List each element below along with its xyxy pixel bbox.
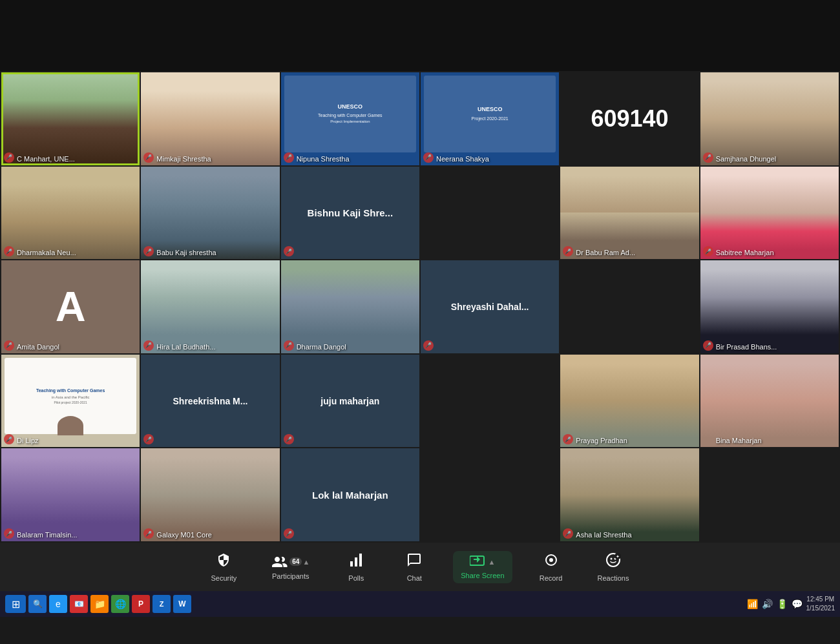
windows-taskbar: ⊞ 🔍 e 📧 📁 🌐 P Z W 📶 🔊 🔋 💬 12:45 PM 1/15/…: [0, 591, 840, 617]
svg-rect-0: [350, 561, 353, 566]
participant-tile-empty: [560, 260, 698, 353]
mute-icon: 🎤: [703, 246, 713, 256]
participant-name: Dharmakala Neu...: [17, 249, 76, 256]
participant-name: Amita Dangol: [17, 343, 59, 351]
participant-tile[interactable]: 🎤 Dharma Dangol: [281, 260, 419, 353]
chat-button[interactable]: Chat: [395, 548, 434, 586]
mute-icon: 🎤: [284, 340, 294, 351]
participant-tile[interactable]: 🎤 Neerana Shakya UNESCO Project 2020-202…: [421, 72, 559, 165]
mute-icon: 🎤: [143, 528, 154, 539]
mute-icon: 🎤: [4, 434, 14, 444]
participant-tile[interactable]: 🎤 Dharmakala Neu...: [1, 167, 140, 260]
powerpoint-icon: P: [138, 599, 143, 608]
taskbar-outlook-icon[interactable]: 📧: [70, 595, 88, 613]
participants-icon: 64 ▲: [271, 554, 310, 570]
participant-tile[interactable]: 🎤 Mimkaji Shrestha: [141, 72, 279, 165]
mute-icon: 🎤: [4, 528, 14, 539]
participant-tile[interactable]: 🎤 Bishnu Kaji Shre...: [281, 167, 419, 260]
record-button[interactable]: Record: [532, 548, 571, 586]
taskbar-powerpoint-icon[interactable]: P: [132, 595, 150, 613]
participant-name: Lok lal Maharjan: [309, 486, 392, 504]
participant-tile-empty: [421, 448, 559, 541]
participant-name: Bir Prasad Bhans...: [716, 343, 777, 351]
reactions-button[interactable]: ✦ Reactions: [590, 548, 637, 586]
security-button[interactable]: Security: [204, 548, 245, 586]
taskbar-chrome-icon[interactable]: 🌐: [111, 595, 129, 613]
mute-icon: 🎤: [284, 528, 294, 539]
taskbar-word-icon[interactable]: W: [173, 595, 191, 613]
participant-name: Babu Kaji shrestha: [156, 249, 216, 256]
participant-name: Bishnu Kaji Shre...: [304, 204, 397, 222]
participant-tile[interactable]: 🎤 C Manhart, UNE...: [1, 72, 140, 165]
participant-tile-empty: 609140: [560, 72, 698, 165]
svg-point-5: [549, 558, 553, 562]
chat-label: Chat: [407, 574, 422, 582]
mute-icon: 🎤: [143, 152, 154, 163]
polls-button[interactable]: Polls: [337, 548, 375, 586]
participant-tile[interactable]: 🎤 Asha lal Shrestha: [560, 448, 698, 541]
participant-name: Galaxy M01 Core: [156, 531, 212, 539]
mute-icon: 🎤: [284, 246, 294, 256]
participant-name: Samjhana Dhungel: [716, 155, 777, 163]
participant-tile[interactable]: 🎤 Shreyashi Dahal...: [421, 260, 559, 353]
mute-icon: 🎤: [563, 434, 573, 444]
windows-start-button[interactable]: ⊞: [5, 595, 26, 613]
taskbar-edge-icon[interactable]: e: [49, 595, 67, 613]
zoom-icon: Z: [160, 600, 164, 608]
participant-tile[interactable]: 🎤 Hira Lal Budhath...: [141, 260, 279, 353]
share-screen-button[interactable]: ▲ Share Screen: [453, 551, 512, 583]
taskbar-battery-icon: 🔋: [777, 599, 788, 609]
participant-tile[interactable]: 🎤 Dr Babu Ram Ad...: [560, 167, 698, 260]
mute-icon: 🎤: [703, 152, 713, 163]
participant-name: Hira Lal Budhath...: [156, 343, 215, 351]
participant-tile[interactable]: 🎤 Samjhana Dhungel: [700, 72, 839, 165]
toolbar: Security 64 ▲ Participants Polls: [0, 543, 840, 591]
mute-icon: 🎤: [563, 528, 573, 539]
participant-tile[interactable]: Bina Maharjan: [700, 355, 839, 448]
participant-tile[interactable]: 🎤 Prayag Pradhan: [560, 355, 698, 448]
security-label: Security: [211, 574, 237, 582]
video-grid: 🎤 C Manhart, UNE... 🎤 Mimkaji Shrestha 🎤…: [0, 71, 840, 543]
polls-label: Polls: [348, 574, 364, 582]
taskbar-clock: 12:45 PM 1/15/2021: [806, 595, 835, 613]
participant-tile[interactable]: 🎤 Lok lal Maharjan: [281, 448, 419, 541]
taskbar-volume-icon: 🔊: [762, 599, 773, 609]
mute-icon: 🎤: [423, 152, 434, 163]
participant-tile[interactable]: 🎤 Shreekrishna M...: [141, 355, 279, 448]
top-bar: [0, 0, 840, 71]
participant-tile[interactable]: 🎤 Teaching with Computer Games in Asia a…: [1, 355, 140, 448]
mute-icon: 🎤: [143, 434, 154, 444]
security-icon: [216, 552, 231, 572]
participant-tile[interactable]: 🎤 Nipuna Shrestha UNESCO Teaching with C…: [281, 72, 419, 165]
svg-text:✦: ✦: [616, 554, 620, 559]
participant-tile[interactable]: 🎤 A Amita Dangol: [1, 260, 140, 353]
svg-rect-2: [359, 554, 362, 566]
taskbar-search-icon[interactable]: 🔍: [28, 595, 47, 613]
mute-icon: 🎤: [284, 152, 294, 163]
participant-tile[interactable]: 🎤 Galaxy M01 Core: [141, 448, 279, 541]
participant-tile[interactable]: 🎤 Babu Kaji shrestha: [141, 167, 279, 260]
mute-icon: 🎤: [563, 246, 573, 256]
participant-name: Balaram Timalsin...: [17, 531, 78, 539]
folder-icon: 📁: [94, 599, 105, 609]
taskbar-skype-icon[interactable]: 💬: [792, 599, 803, 609]
participant-tile[interactable]: 🎤 Balaram Timalsin...: [1, 448, 140, 541]
reactions-label: Reactions: [598, 574, 629, 582]
svg-point-7: [611, 557, 613, 559]
participants-button[interactable]: 64 ▲ Participants: [264, 550, 317, 584]
participant-tile[interactable]: 🎤 Bir Prasad Bhans...: [700, 260, 839, 353]
participant-tile[interactable]: 🎤 juju maharjan: [281, 355, 419, 448]
participant-avatar-letter: A: [56, 282, 86, 331]
participant-tile[interactable]: 🎤 Sabitree Maharjan: [700, 167, 839, 260]
mute-icon: 🎤: [423, 340, 434, 351]
participant-name: C Manhart, UNE...: [17, 155, 75, 163]
participant-name: Di Lipz: [17, 437, 39, 444]
taskbar-zoom-icon[interactable]: Z: [152, 595, 171, 613]
edge-icon: e: [56, 599, 61, 609]
taskbar-network-icon: 📶: [747, 599, 758, 609]
mute-icon: 🎤: [703, 340, 713, 351]
mute-icon: 🎤: [143, 340, 154, 351]
mute-icon: 🎤: [143, 246, 154, 256]
taskbar-folder-icon[interactable]: 📁: [90, 595, 109, 613]
chrome-icon: 🌐: [115, 599, 126, 609]
